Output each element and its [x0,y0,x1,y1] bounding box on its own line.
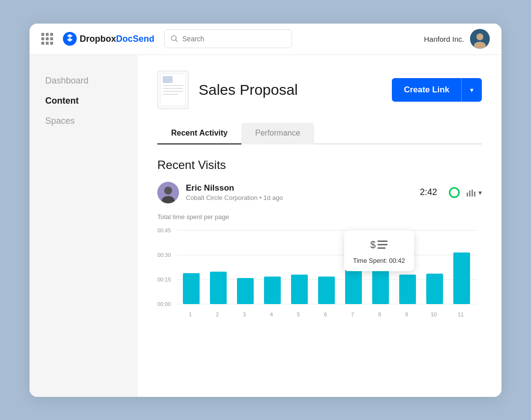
chart-area: $ Time Spent: 00:42 [157,225,482,326]
grid-menu-icon[interactable] [41,33,53,45]
svg-text:7: 7 [351,311,354,317]
content-area: Sales Proposal Create Link ▾ Recent Acti… [138,55,502,397]
svg-rect-34 [453,252,470,304]
svg-rect-27 [264,277,281,304]
svg-text:00:15: 00:15 [157,277,171,282]
doc-thumbnail [157,71,189,109]
svg-text:$: $ [370,239,376,250]
chart-dropdown-icon: ▾ [478,189,482,196]
svg-rect-9 [469,191,471,196]
recent-visits-section: Recent Visits Eric Nilsson Cobalt Circ [157,158,482,326]
create-link-button[interactable]: Create Link [392,78,461,102]
svg-rect-28 [291,275,308,304]
svg-text:00:00: 00:00 [157,301,171,307]
create-link-dropdown-button[interactable]: ▾ [461,78,482,102]
chevron-down-icon: ▾ [470,86,473,94]
main-layout: Dashboard Content Spaces [30,55,502,397]
svg-text:5: 5 [297,311,300,317]
svg-text:9: 9 [405,311,408,317]
svg-rect-8 [467,193,468,196]
bar-chart-icon [467,189,476,196]
svg-point-6 [164,187,172,195]
visitor-info: Eric Nilsson Cobalt Circle Corporation •… [186,183,413,201]
tabs: Recent Activity Performance [157,123,482,144]
svg-rect-29 [318,277,335,304]
svg-rect-10 [472,190,473,196]
svg-text:11: 11 [458,311,464,317]
visitor-name: Eric Nilsson [186,183,413,193]
section-title: Recent Visits [157,158,482,172]
doc-header: Sales Proposal Create Link ▾ [157,71,482,109]
search-input[interactable] [182,35,286,43]
svg-rect-11 [474,192,475,196]
search-bar[interactable] [164,29,292,48]
visitor-avatar [157,182,179,203]
svg-text:8: 8 [378,311,381,317]
visitor-time-spent: 2:42 [420,187,437,197]
visitor-avatar-svg [157,182,179,203]
sidebar-item-dashboard[interactable]: Dashboard [30,71,138,91]
svg-text:2: 2 [216,311,219,317]
dollar-lines-icon: $ [370,237,388,251]
sidebar-item-spaces[interactable]: Spaces [30,111,138,131]
dropbox-logo-icon [63,32,77,46]
logo: Dropbox DocSend [63,32,154,46]
visitor-company-time: Cobalt Circle Corporation • 1d ago [186,194,413,201]
svg-text:3: 3 [243,311,246,317]
bar-chart-svg: 00:45 00:30 00:15 00:00 [157,225,482,324]
avatar[interactable] [470,29,490,49]
top-nav: Dropbox DocSend Hanford Inc. [30,24,502,55]
visitor-row: Eric Nilsson Cobalt Circle Corporation •… [157,182,482,203]
avatar-svg [470,29,490,49]
svg-text:1: 1 [189,311,192,317]
svg-rect-26 [237,278,254,304]
svg-text:10: 10 [431,311,437,317]
sidebar-item-content[interactable]: Content [30,91,138,111]
avatar-image [470,29,490,49]
nav-right: Hanford Inc. [424,29,490,49]
create-link-group: Create Link ▾ [392,78,482,102]
svg-rect-24 [183,273,200,304]
main-card: Dropbox DocSend Hanford Inc. [30,24,502,397]
sidebar: Dashboard Content Spaces [30,55,138,397]
svg-rect-33 [426,274,443,304]
search-icon [171,35,178,43]
svg-text:4: 4 [270,311,273,317]
chart-container: Total time spent per page $ [157,213,482,326]
chart-toggle-button[interactable]: ▾ [467,189,482,196]
tooltip-icon: $ [370,237,388,254]
company-name: Hanford Inc. [424,35,464,43]
tooltip: $ Time Spent: 00:42 [344,230,414,271]
svg-text:00:30: 00:30 [157,252,171,258]
tab-performance[interactable]: Performance [241,123,314,144]
active-indicator [449,187,460,198]
svg-text:00:45: 00:45 [157,227,171,233]
svg-point-3 [476,33,483,40]
svg-text:6: 6 [324,311,327,317]
chart-label: Total time spent per page [157,213,482,221]
logo-text: Dropbox DocSend [80,34,154,44]
svg-rect-25 [210,272,227,304]
svg-rect-32 [399,275,416,304]
svg-rect-31 [372,270,389,304]
chart-svg-wrap: $ Time Spent: 00:42 [157,225,482,326]
doc-title: Sales Proposal [199,82,382,98]
tooltip-text: Time Spent: 00:42 [353,257,405,264]
tab-recent-activity[interactable]: Recent Activity [157,123,241,144]
